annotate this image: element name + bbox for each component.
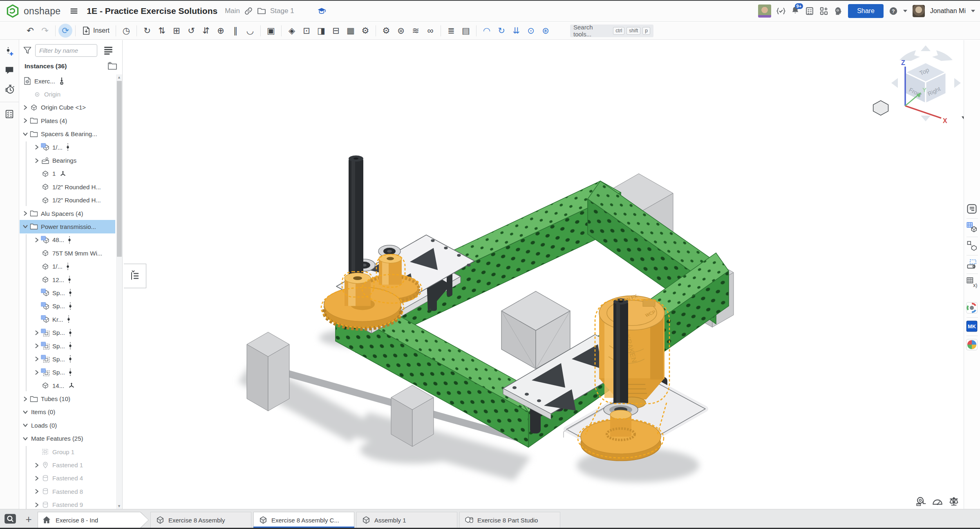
filter-funnel-icon[interactable] [23, 46, 32, 55]
named-positions-panel-button[interactable] [966, 258, 978, 271]
drop-parts-button[interactable]: ⇊ [509, 24, 524, 38]
parallel-mate-button[interactable]: ∥ [228, 24, 243, 38]
tree-row[interactable]: Sp... [20, 326, 115, 339]
scroll-down-icon[interactable]: ▼ [116, 503, 122, 509]
animate-button[interactable]: ◠ [479, 24, 494, 38]
tree-scrollbar[interactable]: ▲ ▼ [116, 74, 122, 509]
follow-mode-button[interactable] [2, 107, 16, 121]
expand-chevron-icon[interactable] [33, 157, 41, 165]
tree-row[interactable]: Alu Spacers (4) [20, 207, 115, 220]
expand-chevron-icon[interactable] [33, 315, 41, 323]
user-menu-caret-icon[interactable] [971, 10, 975, 12]
tree-row[interactable]: Group 1 [20, 445, 115, 458]
add-folder-icon[interactable] [107, 61, 117, 70]
learning-center-icon[interactable] [317, 7, 326, 16]
expand-chevron-icon[interactable] [33, 381, 41, 390]
share-button[interactable]: Share [848, 4, 884, 18]
expand-chevron-icon[interactable] [33, 461, 41, 469]
section-chevron-icon[interactable] [21, 408, 29, 416]
tape-measure-icon[interactable] [915, 496, 927, 507]
tree-row[interactable]: Mate Features (25) [20, 432, 115, 445]
tree-row[interactable]: Sp... [20, 300, 115, 313]
expand-chevron-icon[interactable] [33, 342, 41, 350]
view-options-button[interactable] [856, 101, 964, 122]
redo-button[interactable]: ↷ [38, 24, 52, 38]
pattern-button[interactable]: ▦ [343, 24, 358, 38]
selection-list-panel-button[interactable] [966, 203, 978, 215]
expand-chevron-icon[interactable] [21, 209, 29, 217]
undo-button[interactable]: ↶ [23, 24, 38, 38]
help-caret-icon[interactable] [903, 10, 907, 12]
app-mkcad-button[interactable]: MK [966, 321, 978, 333]
expand-chevron-icon[interactable] [33, 276, 41, 284]
comments-panel-button[interactable] [2, 63, 16, 77]
expand-chevron-icon[interactable] [33, 183, 41, 191]
insert-parts-button[interactable]: ◨ [314, 24, 329, 38]
cylindrical-mate-button[interactable]: ↺ [184, 24, 199, 38]
versions-check-icon[interactable] [776, 7, 785, 16]
belt-relation-button[interactable]: ∞ [423, 24, 438, 38]
spin-button[interactable]: ↻ [494, 24, 509, 38]
tree-row[interactable]: 1/2" Rounded H... [20, 180, 115, 193]
exploded-view-button[interactable]: ▤ [459, 24, 473, 38]
tree-row[interactable]: Loads (0) [20, 419, 115, 432]
version-folder-icon[interactable] [257, 7, 266, 16]
gear-relation-button[interactable]: ⚙ [379, 24, 394, 38]
link-icon[interactable] [244, 7, 253, 16]
expand-chevron-icon[interactable] [33, 329, 41, 337]
tree-row[interactable]: Power transmissio... [20, 220, 115, 233]
pin-slot-mate-button[interactable]: ⇵ [199, 24, 213, 38]
duplicate-button[interactable]: ⊟ [329, 24, 343, 38]
hex-shaft-right[interactable] [613, 298, 628, 408]
interference-button[interactable]: ⊙ [524, 24, 538, 38]
screw-relation-button[interactable]: ≋ [408, 24, 423, 38]
collapse-panel-handle[interactable] [124, 264, 146, 288]
expand-chevron-icon[interactable] [33, 289, 41, 297]
tree-row[interactable]: Sp... [20, 286, 115, 299]
app-store-icon[interactable] [819, 7, 828, 16]
expand-chevron-icon[interactable] [33, 196, 41, 204]
insert-button[interactable]: Insert [78, 24, 113, 38]
section-chevron-icon[interactable] [21, 421, 29, 429]
tree-row[interactable]: Fastened 8 [20, 485, 115, 498]
linked-documents-panel-button[interactable] [966, 240, 978, 252]
revolute-mate-button[interactable]: ↻ [140, 24, 154, 38]
expand-chevron-icon[interactable] [33, 474, 41, 482]
expand-chevron-icon[interactable] [21, 222, 29, 231]
search-tabs-button[interactable] [4, 512, 16, 525]
variables-panel-button[interactable]: x) [966, 277, 978, 289]
tree-row[interactable]: Bearings [20, 154, 115, 167]
bom-button[interactable]: ≣ [444, 24, 459, 38]
3d-viewport[interactable]: TALON FX WCP KRAKEN [123, 40, 964, 509]
replicate-button[interactable]: ⊡ [299, 24, 314, 38]
tree-row[interactable]: Origin [20, 87, 115, 101]
expand-chevron-icon[interactable] [33, 355, 41, 363]
expand-chevron-icon[interactable] [33, 501, 41, 509]
tree-row[interactable]: Tubes (10) [20, 392, 115, 405]
mate-connector-button[interactable]: ◈ [284, 24, 299, 38]
tangent-mate-button[interactable]: ◡ [243, 24, 257, 38]
element-tab[interactable]: Exercise 8 Part Studio [459, 512, 560, 528]
tree-row[interactable]: Sp... [20, 339, 115, 352]
help-button[interactable]: ? [889, 7, 898, 16]
mate-connector-panel-button[interactable] [2, 45, 16, 58]
tree-row[interactable]: 1/... [20, 260, 115, 273]
scrollbar-thumb[interactable] [117, 81, 122, 257]
list-view-icon[interactable] [103, 45, 114, 56]
protractor-icon[interactable] [932, 496, 943, 507]
tree-row[interactable]: Fastened 9 [20, 498, 115, 509]
expand-chevron-icon[interactable] [21, 103, 29, 112]
ai-advisor-icon[interactable] [834, 7, 843, 16]
group-button[interactable]: ▣ [264, 24, 278, 38]
bom-table-panel-button[interactable] [966, 222, 978, 234]
home-icon[interactable] [42, 515, 51, 525]
tree-row[interactable]: Fastened 4 [20, 472, 115, 485]
document-menu-button[interactable] [68, 5, 80, 17]
element-tab[interactable]: Assembly 1 [356, 512, 457, 528]
tree-row[interactable]: 75T 5M 9mm Wi... [20, 247, 115, 260]
tree-row[interactable]: Sp... [20, 366, 115, 379]
tree-row[interactable]: Fastened 1 [20, 458, 115, 471]
workspace-label[interactable]: Main [225, 7, 240, 15]
tree-row[interactable]: Plates (4) [20, 114, 115, 127]
expand-chevron-icon[interactable] [33, 448, 41, 456]
